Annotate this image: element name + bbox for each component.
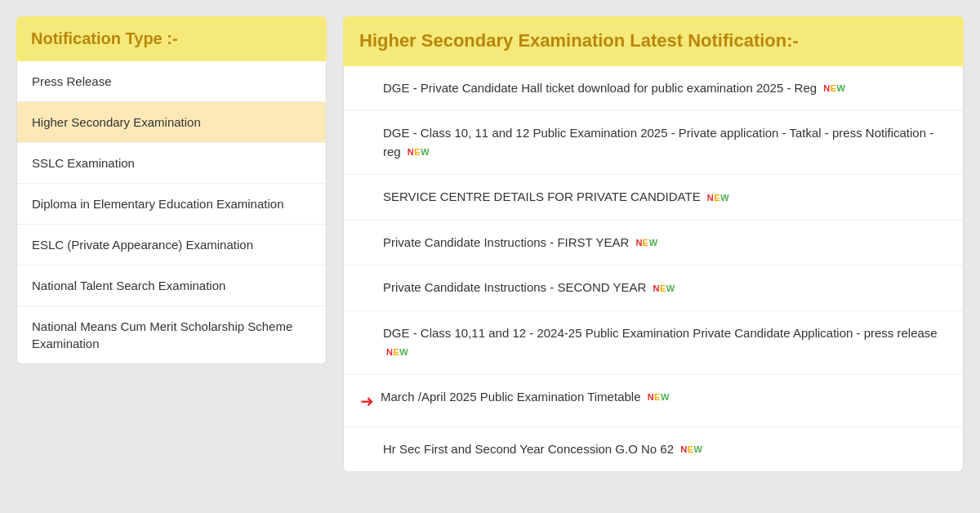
notification-item-n2[interactable]: DGE - Class 10, 11 and 12 Public Examina… <box>344 111 963 175</box>
sidebar-item-eslc[interactable]: ESLC (Private Appearance) Examination <box>17 225 326 265</box>
new-badge: NEW <box>386 346 408 359</box>
notification-text: Private Candidate Instructions - SECOND … <box>360 279 947 297</box>
notification-item-n4[interactable]: Private Candidate Instructions - FIRST Y… <box>344 221 963 266</box>
notification-item-n1[interactable]: DGE - Private Candidate Hall ticket down… <box>344 66 963 112</box>
content-panel: Higher Secondary Examination Latest Noti… <box>343 16 964 472</box>
new-badge: NEW <box>648 390 670 404</box>
notification-text: DGE - Class 10, 11 and 12 Public Examina… <box>360 124 947 161</box>
page-container: Notification Type :- Press ReleaseHigher… <box>16 16 964 472</box>
notification-text: DGE - Private Candidate Hall ticket down… <box>360 79 947 98</box>
sidebar-item-nmms[interactable]: National Means Cum Merit Scholarship Sch… <box>17 306 326 364</box>
notification-text: SERVICE CENTRE DETAILS FOR PRIVATE CANDI… <box>360 188 947 207</box>
sidebar-list: Press ReleaseHigher Secondary Examinatio… <box>16 61 327 364</box>
new-badge: NEW <box>707 191 729 205</box>
sidebar-item-press-release[interactable]: Press Release <box>17 61 326 102</box>
new-badge: NEW <box>823 82 845 96</box>
content-header: Higher Secondary Examination Latest Noti… <box>343 16 964 66</box>
notification-text: DGE - Class 10,11 and 12 - 2024-25 Publi… <box>360 324 947 361</box>
sidebar-item-sslc[interactable]: SSLC Examination <box>17 143 326 184</box>
notification-item-n5[interactable]: Private Candidate Instructions - SECOND … <box>344 265 963 311</box>
new-badge: NEW <box>680 443 702 457</box>
new-badge: NEW <box>653 282 675 296</box>
notification-item-n6[interactable]: DGE - Class 10,11 and 12 - 2024-25 Publi… <box>344 311 963 375</box>
notification-text: Private Candidate Instructions - FIRST Y… <box>360 234 947 252</box>
notification-text: Hr Sec First and Second Year Concession … <box>360 440 947 459</box>
notification-text: March /April 2025 Public Examination Tim… <box>381 388 947 407</box>
sidebar-item-higher-secondary[interactable]: Higher Secondary Examination <box>17 102 326 143</box>
notification-list: DGE - Private Candidate Hall ticket down… <box>343 66 964 473</box>
sidebar-item-ntse[interactable]: National Talent Search Examination <box>17 265 326 306</box>
notification-item-n8[interactable]: Hr Sec First and Second Year Concession … <box>344 427 963 472</box>
new-badge: NEW <box>635 236 657 250</box>
new-badge: NEW <box>408 145 430 159</box>
sidebar: Notification Type :- Press ReleaseHigher… <box>16 16 327 472</box>
sidebar-item-diploma[interactable]: Diploma in Elementary Education Examinat… <box>17 184 326 225</box>
notification-item-n3[interactable]: SERVICE CENTRE DETAILS FOR PRIVATE CANDI… <box>344 175 963 221</box>
arrow-icon: ➜ <box>360 389 374 413</box>
notification-item-n7[interactable]: ➜March /April 2025 Public Examination Ti… <box>344 375 963 427</box>
sidebar-header: Notification Type :- <box>16 16 327 61</box>
